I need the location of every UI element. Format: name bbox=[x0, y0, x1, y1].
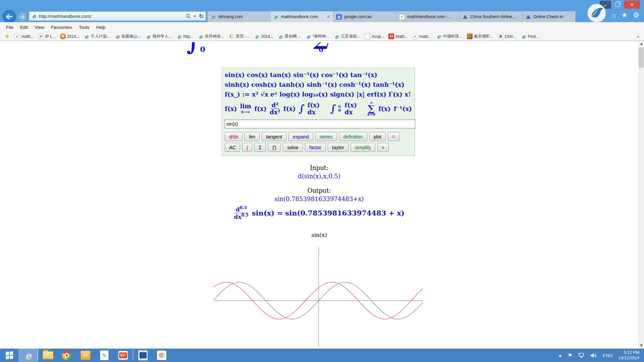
network-icon[interactable] bbox=[578, 353, 585, 358]
favorite-item[interactable]: OMath... bbox=[387, 34, 410, 39]
taskbar-explorer-button[interactable] bbox=[39, 349, 57, 362]
favorite-item[interactable]: e“春晖杯... bbox=[304, 34, 331, 39]
menu-view[interactable]: View bbox=[31, 25, 48, 30]
expression-input[interactable] bbox=[225, 120, 415, 128]
factor-button[interactable]: factor bbox=[305, 143, 326, 152]
definition-button[interactable]: definition bbox=[339, 132, 367, 141]
search-icon[interactable] bbox=[186, 14, 191, 19]
forward-button[interactable] bbox=[17, 12, 27, 21]
favorite-item[interactable]: e2014... bbox=[252, 34, 275, 39]
favorite-item[interactable]: ehttp... bbox=[175, 34, 195, 39]
action-center-flag-icon[interactable]: ⚑ bbox=[568, 352, 572, 359]
tray-chevron-icon[interactable]: ▲ bbox=[558, 353, 562, 358]
∏-button[interactable]: ∏ bbox=[268, 143, 281, 152]
taskbar-powerpoint-button[interactable]: EC bbox=[114, 349, 132, 362]
expand-button[interactable]: expand bbox=[288, 132, 313, 141]
url-text[interactable]: http://mathhandbook.com/ bbox=[39, 14, 184, 19]
taskbar-ie-button[interactable]: e bbox=[19, 349, 38, 362]
volume-icon[interactable] bbox=[590, 353, 597, 358]
ac-button[interactable]: AC bbox=[225, 143, 240, 152]
green-c-icon: C bbox=[229, 34, 234, 39]
restore-button[interactable] bbox=[612, 1, 623, 9]
menu-tools[interactable]: Tools bbox=[75, 25, 93, 30]
plot-button[interactable]: plot bbox=[369, 132, 386, 141]
search-dropdown-icon[interactable]: ▼ bbox=[193, 14, 197, 18]
back-arrow-icon bbox=[6, 14, 13, 19]
d-dx-button[interactable]: d/dx bbox=[225, 132, 243, 141]
∫-button[interactable]: ∫ bbox=[242, 143, 252, 152]
simplify-button[interactable]: simplify bbox=[351, 143, 375, 152]
favorite-item[interactable]: ✓math... bbox=[411, 34, 433, 39]
taskbar-notes-button[interactable]: ✎ bbox=[95, 349, 114, 362]
favorite-item[interactable]: e英创网 ... bbox=[276, 34, 303, 39]
taskbar-outlook-button[interactable]: ✉ bbox=[76, 349, 95, 362]
scroll-down-arrow[interactable] bbox=[638, 343, 644, 349]
tangent-button[interactable]: tangent bbox=[262, 132, 286, 141]
title-bar: – ✕ bbox=[0, 0, 644, 10]
lim-button[interactable]: lim bbox=[245, 132, 260, 141]
solve-button[interactable]: solve bbox=[283, 143, 303, 152]
ie-icon: e bbox=[176, 34, 182, 39]
scroll-up-arrow[interactable] bbox=[638, 41, 644, 47]
tab-mathhandbook-com[interactable]: emathhandbook.com× bbox=[270, 11, 333, 22]
favorites-star-icon[interactable]: ★ bbox=[621, 11, 628, 19]
favorite-item[interactable]: C首页 -... bbox=[227, 34, 251, 39]
favorite-item[interactable]: iPIP L... bbox=[37, 34, 57, 39]
≈-button[interactable]: ≈ bbox=[377, 143, 389, 152]
favorite-item[interactable]: 2014... bbox=[58, 34, 81, 39]
math-site-icon: √ bbox=[399, 14, 405, 20]
σ-button[interactable]: Σ bbox=[254, 143, 266, 152]
favorite-label: “春晖杯... bbox=[313, 34, 329, 39]
favorite-item[interactable]: e东升杯全... bbox=[196, 34, 226, 39]
tab-drhuang-com[interactable]: edrhuang.com bbox=[207, 11, 270, 22]
vertical-scrollbar[interactable] bbox=[638, 41, 644, 349]
menu-edit[interactable]: Edit bbox=[17, 25, 31, 30]
ip-site-icon: iP bbox=[38, 34, 44, 39]
ie-icon: e bbox=[84, 34, 90, 39]
taskbar: e✉✎EC ▲ ⚑ ENG 5:12 PM 14/12/2014 bbox=[0, 349, 644, 362]
tab-china-southern-airline-[interactable]: China Southern Airline... bbox=[460, 11, 523, 22]
favorite-item[interactable]: e中国科技... bbox=[434, 34, 464, 39]
series-button[interactable]: series bbox=[315, 132, 337, 141]
tab-online-check-in[interactable]: Online Check-in bbox=[523, 11, 576, 22]
partial-sum-formula: ∑0 bbox=[309, 42, 333, 59]
tab-close-icon[interactable]: × bbox=[326, 14, 330, 19]
tab-google-com-au[interactable]: ggoogle.com.au bbox=[333, 11, 396, 22]
menu-file[interactable]: File bbox=[3, 25, 17, 30]
back-button[interactable] bbox=[3, 10, 16, 23]
favorite-item[interactable]: 南京领军... bbox=[465, 34, 495, 39]
favorite-item[interactable]: e海外学人... bbox=[144, 34, 174, 39]
taskbar-start-button[interactable] bbox=[0, 349, 19, 362]
paint-icon bbox=[157, 351, 166, 360]
tab-mathhandbook-com-[interactable]: √mathHandbook.com -... bbox=[396, 11, 460, 22]
ie-icon: e bbox=[210, 14, 216, 20]
clock[interactable]: 5:12 PM 14/12/2014 bbox=[618, 350, 639, 361]
menu-favourites[interactable]: Favourites bbox=[48, 25, 75, 30]
taylor-button[interactable]: taylor bbox=[328, 143, 348, 152]
taskbar-chrome-button[interactable] bbox=[57, 349, 76, 362]
tools-gear-icon[interactable]: ⚙ bbox=[633, 11, 639, 19]
favorite-item[interactable]: Acup... bbox=[363, 34, 386, 39]
favorite-item[interactable]: ✓math... bbox=[13, 34, 36, 39]
favorite-item[interactable]: ★ bbox=[3, 34, 12, 39]
favorites-overflow-chevron[interactable]: » bbox=[635, 34, 641, 39]
close-button[interactable]: ✕ bbox=[624, 1, 640, 9]
google-icon: g bbox=[336, 14, 342, 20]
taskbar-paint-button[interactable] bbox=[152, 349, 171, 362]
favorite-item[interactable]: e千人计划... bbox=[82, 34, 112, 39]
home-icon[interactable]: ⌂ bbox=[612, 11, 616, 19]
favorite-item[interactable]: eFind... bbox=[519, 34, 540, 39]
favorite-item[interactable]: e江苏省创... bbox=[332, 34, 362, 39]
refresh-icon[interactable]: ↻ bbox=[199, 13, 204, 20]
browser-chrome: – ✕ e http://mathhandbook.com/ ▼ ↻ edrhu… bbox=[0, 0, 644, 41]
page-content: ∫0 ∑0 sin(x) cos(x) tan(x) sin⁻¹(x) cos⁻… bbox=[0, 41, 644, 349]
favorite-item[interactable]: e创新南山... bbox=[113, 34, 143, 39]
menu-help[interactable]: Help bbox=[93, 25, 109, 30]
taskbar-remote-button[interactable] bbox=[133, 349, 152, 362]
favorite-label: 海外学人... bbox=[153, 34, 172, 39]
language-indicator[interactable]: ENG bbox=[603, 353, 613, 358]
scrollbar-thumb[interactable] bbox=[639, 48, 644, 68]
address-bar[interactable]: e http://mathhandbook.com/ ▼ ↻ bbox=[29, 11, 206, 21]
=-button[interactable]: = bbox=[388, 132, 399, 141]
favorite-item[interactable]: Chin... bbox=[496, 34, 518, 39]
